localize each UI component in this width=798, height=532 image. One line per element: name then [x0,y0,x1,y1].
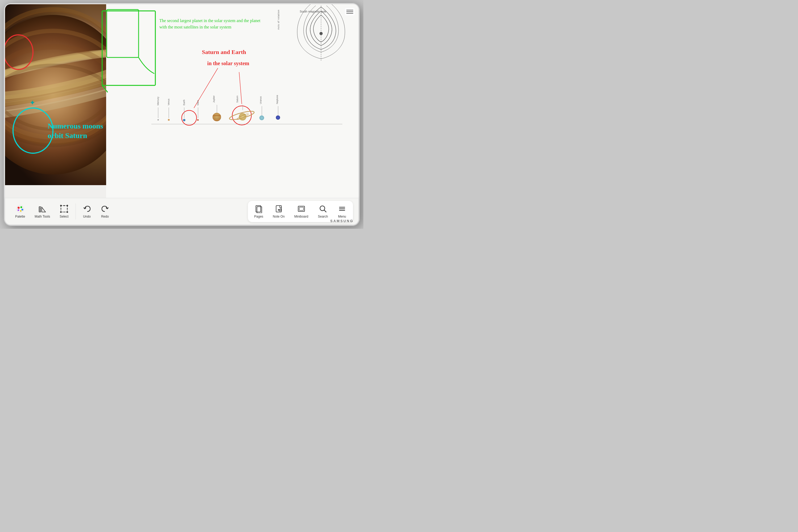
planet-neptune: Neptune [276,89,280,120]
planet-uranus: Uranus [259,89,264,120]
menu-label: Menu [338,215,346,218]
svg-point-42 [67,208,68,209]
select-button[interactable]: Select [55,203,73,221]
mars-label: Mars [196,89,199,105]
axis-rotation-label: Axis of rotation [277,10,280,30]
screen-area: South magnetic pole Axis of rotation The… [5,4,358,198]
svg-rect-34 [61,206,67,212]
svg-rect-49 [299,207,304,210]
palette-icon [16,205,24,213]
mag-field-svg [294,4,348,63]
whiteboard-area: South magnetic pole Axis of rotation The… [106,4,358,198]
menu-icon[interactable] [345,8,355,15]
undo-button[interactable]: Undo [78,203,96,221]
svg-point-28 [18,209,19,211]
svg-point-39 [63,205,65,206]
redo-button[interactable]: Redo [96,203,114,221]
saturn-label: Saturn [236,89,239,103]
planet-earth: Earth [183,89,185,122]
svg-point-40 [63,211,65,212]
select-icon [60,205,68,213]
palette-label: Palette [15,215,25,218]
svg-point-36 [66,205,68,206]
undo-icon [83,205,91,213]
svg-rect-14 [107,10,138,57]
planet-jupiter: Jupiter [212,89,221,121]
jupiter-label: Jupiter [212,89,215,103]
miniboard-label: Miniboard [294,215,308,218]
pages-icon [254,205,263,213]
svg-point-24 [18,207,20,209]
svg-point-38 [66,211,68,213]
svg-point-41 [60,208,61,209]
math-tools-label: Math Tools [35,215,50,218]
neptune-label: Neptune [276,89,279,104]
redo-label: Redo [101,215,109,218]
hamburger-icon [338,205,346,213]
math-tools-button[interactable]: Math Tools [30,203,55,221]
planet-mars: Mars [196,89,199,122]
magnetic-field-diagram [294,4,348,63]
note-on-label: Note On [273,215,285,218]
svg-point-26 [21,209,23,210]
svg-point-35 [60,205,62,206]
search-icon [319,205,327,213]
redo-icon [101,205,109,213]
pages-button[interactable]: Pages [249,203,268,221]
star-annotation: ✦ [30,99,35,107]
undo-label: Undo [83,215,91,218]
menu-button[interactable]: Menu [333,203,352,221]
planet-saturn: Saturn [236,89,249,124]
planet-venus: Venus [167,89,170,121]
red-annotation-subtitle: in the solar system [207,60,249,67]
green-annotation: The second largest planet in the solar s… [159,18,266,30]
miniboard-icon [297,205,306,213]
toolbar: Palette Math Tools [5,198,358,225]
pages-label: Pages [254,215,263,218]
svg-line-51 [324,210,326,212]
device-frame: South magnetic pole Axis of rotation The… [3,3,360,226]
venus-label: Venus [167,89,170,105]
note-on-button[interactable]: Note On [268,203,290,221]
search-button[interactable]: Search [313,203,333,221]
note-on-icon [274,205,283,213]
red-annotation-title: Saturn and Earth [202,48,246,56]
svg-rect-29 [39,207,41,212]
svg-point-27 [20,210,22,212]
svg-point-37 [60,211,62,213]
planet-mercury: Mercury [157,89,159,121]
samsung-logo: SAMSUNG [330,219,354,223]
search-label: Search [318,215,328,218]
select-label: Select [60,215,68,218]
math-tools-icon [38,205,46,213]
svg-line-47 [280,209,281,209]
mercury-label: Mercury [157,89,159,105]
earth-label: Earth [183,89,185,105]
svg-point-25 [20,206,22,208]
solar-system-diagram: Mercury Venus Earth [151,89,342,142]
palette-button[interactable]: Palette [11,203,30,221]
uranus-label: Uranus [259,89,262,104]
miniboard-button[interactable]: Miniboard [289,203,313,221]
